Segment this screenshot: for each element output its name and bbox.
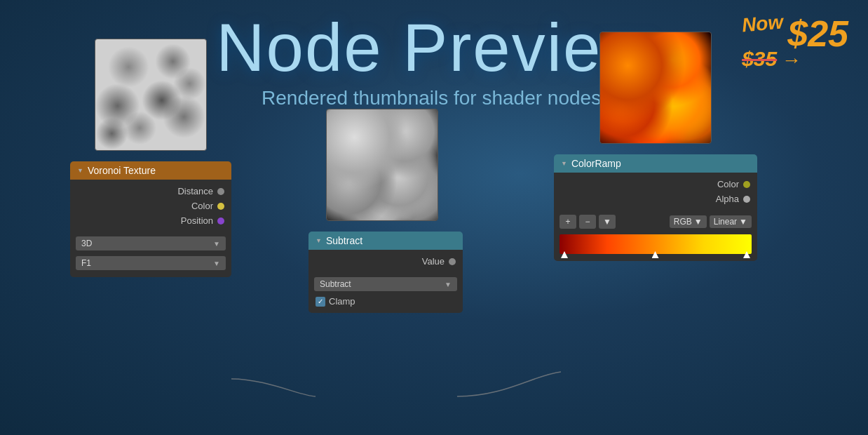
voronoi-output-distance: Distance: [70, 184, 231, 199]
subtract-body: Value Subtract ▼ ✓ Clamp: [308, 250, 463, 313]
subtract-title: Subtract: [326, 235, 362, 246]
voronoi-header: ▼ Voronoi Texture: [70, 161, 231, 180]
voronoi-dimensions-dropdown[interactable]: 3D ▼: [76, 236, 226, 250]
colorramp-rgb-dropdown[interactable]: RGB ▼: [670, 215, 707, 228]
colorramp-controls: + − ▼ RGB ▼ Linear ▼: [554, 212, 757, 232]
subtract-value-label: Value: [422, 256, 445, 267]
subtract-operation-value: Subtract: [320, 279, 351, 289]
subtract-clamp-row: ✓ Clamp: [308, 294, 463, 309]
nodes-container: ▼ Voronoi Texture Distance Color Positio…: [0, 140, 868, 435]
subtract-operation-arrow: ▼: [445, 281, 452, 288]
price-new: $25: [787, 13, 848, 55]
colorramp-color-label: Color: [717, 179, 739, 189]
colorramp-linear-arrow: ▼: [739, 217, 747, 227]
colorramp-gradient-bar[interactable]: [560, 234, 752, 254]
colorramp-expand-btn[interactable]: ▼: [599, 215, 616, 229]
voronoi-feature-dropdown[interactable]: F1 ▼: [76, 256, 226, 270]
colorramp-color-dot: [743, 181, 750, 188]
subtract-dropdown-row: Subtract ▼: [308, 274, 463, 294]
voronoi-color-dot: [217, 203, 224, 210]
voronoi-color-label: Color: [191, 201, 213, 211]
subtract-clamp-checkbox[interactable]: ✓: [316, 297, 325, 307]
subtract-operation-dropdown[interactable]: Subtract ▼: [314, 277, 457, 291]
voronoi-dropdown1-row: 3D ▼: [70, 234, 231, 253]
colorramp-marker-right[interactable]: [743, 251, 750, 258]
colorramp-node: ▼ ColorRamp Color Alpha + − ▼: [554, 154, 757, 261]
colorramp-marker-mid[interactable]: [652, 251, 659, 258]
voronoi-output-position: Position: [70, 213, 231, 228]
voronoi-collapse-icon[interactable]: ▼: [77, 167, 83, 174]
voronoi-feature-arrow: ▼: [213, 260, 220, 267]
colorramp-alpha-label: Alpha: [716, 194, 739, 204]
voronoi-thumbnail: [95, 39, 207, 151]
colorramp-thumbnail: [599, 32, 712, 144]
voronoi-dimensions-value: 3D: [81, 239, 92, 248]
colorramp-add-btn[interactable]: +: [560, 215, 576, 229]
subtract-panel: ▼ Subtract Value Subtract ▼ ✓ Clamp: [308, 232, 463, 313]
price-old: $35: [742, 47, 777, 71]
subtract-output-value: Value: [308, 254, 463, 269]
subtract-header: ▼ Subtract: [308, 232, 463, 250]
colorramp-output-color: Color: [554, 177, 757, 192]
colorramp-collapse-icon[interactable]: ▼: [561, 160, 567, 167]
colorramp-remove-btn[interactable]: −: [579, 215, 596, 229]
voronoi-position-dot: [217, 218, 224, 225]
voronoi-distance-dot: [217, 188, 224, 195]
price-badge: Now $25 $35 →: [742, 13, 848, 72]
subtract-thumbnail: [326, 109, 438, 221]
colorramp-header: ▼ ColorRamp: [554, 154, 757, 173]
colorramp-body: Color Alpha + − ▼ RGB ▼: [554, 173, 757, 261]
voronoi-position-label: Position: [181, 215, 213, 226]
colorramp-marker-left[interactable]: [561, 251, 568, 258]
colorramp-title: ColorRamp: [571, 158, 621, 169]
voronoi-dropdown2-row: F1 ▼: [70, 253, 231, 273]
colorramp-linear-value: Linear: [714, 217, 737, 227]
colorramp-rgb-value: RGB: [674, 217, 692, 227]
colorramp-alpha-dot: [743, 196, 750, 203]
voronoi-dimensions-arrow: ▼: [213, 240, 220, 248]
subtract-node: ▼ Subtract Value Subtract ▼ ✓ Clamp: [308, 232, 456, 313]
voronoi-output-color: Color: [70, 199, 231, 213]
voronoi-title: Voronoi Texture: [88, 165, 156, 176]
voronoi-distance-label: Distance: [177, 186, 213, 196]
voronoi-feature-value: F1: [81, 258, 91, 268]
subtract-clamp-label: Clamp: [329, 296, 355, 307]
price-arrow: →: [781, 49, 801, 72]
voronoi-body: Distance Color Position 3D ▼: [70, 180, 231, 277]
colorramp-output-alpha: Alpha: [554, 192, 757, 206]
colorramp-panel: ▼ ColorRamp Color Alpha + − ▼: [554, 154, 757, 261]
price-now-label: Now: [741, 11, 785, 36]
subtract-value-dot: [449, 258, 456, 265]
colorramp-linear-dropdown[interactable]: Linear ▼: [710, 215, 752, 228]
voronoi-panel: ▼ Voronoi Texture Distance Color Positio…: [70, 161, 231, 277]
voronoi-node: ▼ Voronoi Texture Distance Color Positio…: [70, 161, 231, 277]
subtract-collapse-icon[interactable]: ▼: [316, 237, 322, 244]
colorramp-rgb-arrow: ▼: [694, 217, 703, 227]
